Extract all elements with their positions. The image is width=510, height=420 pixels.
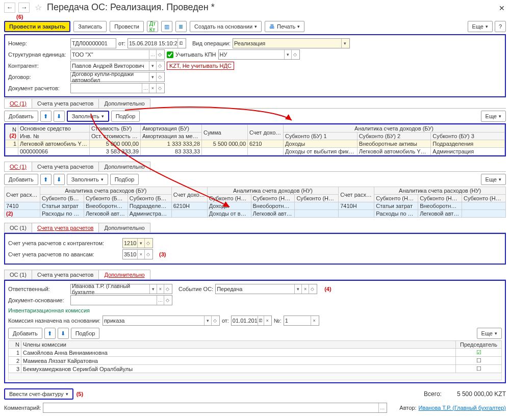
tab-os[interactable]: ОС (1)	[4, 270, 32, 279]
move-up-button[interactable]: ⬆	[44, 328, 56, 339]
table-row[interactable]: (2)Расходы по вы...Легковой авто...Админ…	[5, 210, 506, 218]
tab-accounts[interactable]: Счета учета расчетов	[32, 223, 99, 232]
pick-button[interactable]: Подбор	[71, 328, 100, 339]
save-button[interactable]: Записать	[73, 21, 107, 32]
chevron-down-icon[interactable]: ▾	[294, 284, 301, 294]
tab-os[interactable]: ОС (1)	[4, 162, 32, 171]
checkbox-icon[interactable]: ☑	[476, 349, 481, 355]
table-row[interactable]: 1Легковой автомобиль YYYY 5 000 000,001 …	[6, 140, 505, 148]
chevron-down-icon[interactable]: ▾	[284, 50, 291, 59]
tab-extra[interactable]: Дополнительно	[98, 98, 150, 108]
post-button[interactable]: Провести	[110, 21, 144, 32]
open-icon[interactable]: ◇	[144, 239, 151, 248]
add-button[interactable]: Добавить	[4, 174, 38, 185]
chevron-down-icon[interactable]: ▾	[341, 39, 348, 48]
open-icon[interactable]: ◇	[164, 284, 171, 294]
tab-os[interactable]: ОС (1)	[4, 98, 32, 108]
chevron-down-icon[interactable]: ▾	[149, 72, 156, 82]
number-field[interactable]: ТДЛ00000001	[72, 40, 115, 46]
more-button[interactable]: Еще ▾	[477, 328, 502, 339]
tab-accounts[interactable]: Счета учета расчетов	[32, 98, 99, 108]
author-link[interactable]: Иванова Т.Р. (Главный бухгалтер)	[419, 405, 506, 411]
open-icon[interactable]: ◇	[156, 50, 163, 59]
date-field[interactable]: 15.06.2018 15:10:2	[129, 40, 177, 46]
open-icon[interactable]: ◇	[309, 284, 316, 294]
move-up-button[interactable]: ⬆	[40, 111, 52, 122]
chevron-down-icon[interactable]: ▾	[137, 239, 144, 248]
clear-icon[interactable]: ×	[264, 316, 270, 325]
table-row[interactable]: 3Бекмухамеджанов Серикбай Оралбайулы☐	[9, 365, 502, 373]
fill-button[interactable]: Заполнить ▾	[67, 174, 108, 185]
chevron-down-icon[interactable]: ▾	[149, 284, 157, 294]
num-field[interactable]: 1	[285, 318, 311, 324]
table-row[interactable]: 1Самойлова Анна Виниаминовна☑	[9, 349, 502, 357]
tab-extra[interactable]: Дополнительно	[98, 223, 150, 232]
os-table[interactable]: N(2) Основное средство Стоимость (БУ) Ам…	[5, 124, 505, 155]
favorite-icon[interactable]: ☆	[35, 3, 42, 12]
counter-field[interactable]: Павлов Андрей Викторович	[72, 63, 149, 69]
more-button[interactable]: Еще ▾	[481, 174, 506, 185]
tab-accounts[interactable]: Счета учета расчетов	[32, 162, 99, 171]
ellipsis-icon[interactable]: …	[142, 84, 149, 93]
checkbox-icon[interactable]: ☐	[476, 357, 481, 363]
create-basis-button[interactable]: Создать на основании ▾	[190, 21, 262, 32]
event-field[interactable]: Передача	[217, 286, 294, 292]
ellipsis-icon[interactable]: …	[157, 296, 164, 305]
open-icon[interactable]: ◇	[156, 72, 163, 82]
scrollbar[interactable]	[8, 373, 502, 380]
print-button[interactable]: 🖶 Печать ▾	[265, 21, 304, 32]
invoice-button[interactable]: Ввести счет-фактуру ▾	[4, 388, 73, 400]
more-button[interactable]: Еще ▾	[468, 21, 493, 32]
clear-icon[interactable]: ×	[301, 284, 309, 294]
table-row[interactable]: 000000066 3 583 333,3983 333,33 Доходы о…	[6, 148, 505, 155]
open-icon[interactable]: ◇	[156, 84, 163, 93]
table-row[interactable]: 2Мамиева Ляззат Кайратовна☐	[9, 357, 502, 365]
basis-field[interactable]: приказа	[104, 318, 204, 324]
open-icon[interactable]: ◇	[291, 50, 298, 59]
clear-icon[interactable]: ×	[149, 84, 156, 93]
from-date-field[interactable]: 01.01.201	[233, 318, 258, 324]
doc-icon-button[interactable]: ▥	[161, 21, 172, 32]
open-icon[interactable]: ◇	[211, 316, 218, 325]
dtct-icon-button[interactable]: ДтКт	[147, 21, 158, 32]
resp-field[interactable]: Иванова Т.Р. (Главный бухгалте	[72, 283, 149, 295]
run-close-button[interactable]: Провести и закрыть	[4, 21, 70, 32]
more-button[interactable]: Еще ▾	[481, 111, 506, 122]
members-table[interactable]: NЧлены комиссииПредседатель 1Самойлова А…	[8, 340, 502, 373]
unit-field[interactable]: ТОО "X"	[72, 51, 149, 58]
tab-os[interactable]: ОС (1)	[4, 223, 32, 232]
move-down-button[interactable]: ⬇	[58, 328, 69, 339]
os-table-2[interactable]: Счет расходов (БУ) Аналитика счета расхо…	[4, 187, 506, 218]
list-icon-button[interactable]: ≣	[175, 21, 187, 32]
move-down-button[interactable]: ⬇	[54, 111, 65, 122]
clear-icon[interactable]: ×	[311, 316, 318, 325]
back-button[interactable]: ←	[4, 3, 15, 13]
open-icon[interactable]: ◇	[144, 250, 151, 259]
move-down-button[interactable]: ⬇	[54, 174, 65, 185]
fill-button[interactable]: Заполнить ▾	[67, 111, 109, 122]
op-field[interactable]: Реализация	[234, 40, 341, 46]
acc-b-field[interactable]: 3510	[124, 251, 137, 257]
tab-extra[interactable]: Дополнительно	[98, 162, 150, 171]
nu-field[interactable]: НУ	[220, 51, 284, 58]
calendar-icon[interactable]: 🗓	[177, 39, 185, 48]
add-button[interactable]: Добавить	[4, 111, 38, 122]
open-icon[interactable]: ◇	[164, 296, 171, 305]
chevron-down-icon[interactable]: ▾	[149, 61, 156, 70]
help-button[interactable]: ?	[495, 21, 506, 32]
close-icon[interactable]: ✕	[499, 4, 505, 12]
calendar-icon[interactable]: 🗓	[258, 316, 264, 325]
clear-icon[interactable]: ×	[157, 284, 164, 294]
tab-extra[interactable]: Дополнительно	[98, 270, 150, 279]
move-up-button[interactable]: ⬆	[40, 174, 52, 185]
add-button[interactable]: Добавить	[8, 328, 42, 339]
ellipsis-icon[interactable]: …	[378, 403, 386, 412]
ellipsis-icon[interactable]: …	[149, 50, 156, 59]
table-row[interactable]: 7410Статьи затратВнеоборотные ...Подразд…	[5, 202, 506, 210]
tab-accounts[interactable]: Счета учета расчетов	[32, 270, 99, 279]
contract-field[interactable]: Договор купли-продажи автомобил	[72, 71, 149, 83]
acc-a-field[interactable]: 1210	[124, 240, 137, 246]
pick-button[interactable]: Подбор	[111, 111, 140, 122]
open-icon[interactable]: ◇	[156, 61, 163, 70]
checkbox-icon[interactable]: ☐	[476, 365, 481, 372]
